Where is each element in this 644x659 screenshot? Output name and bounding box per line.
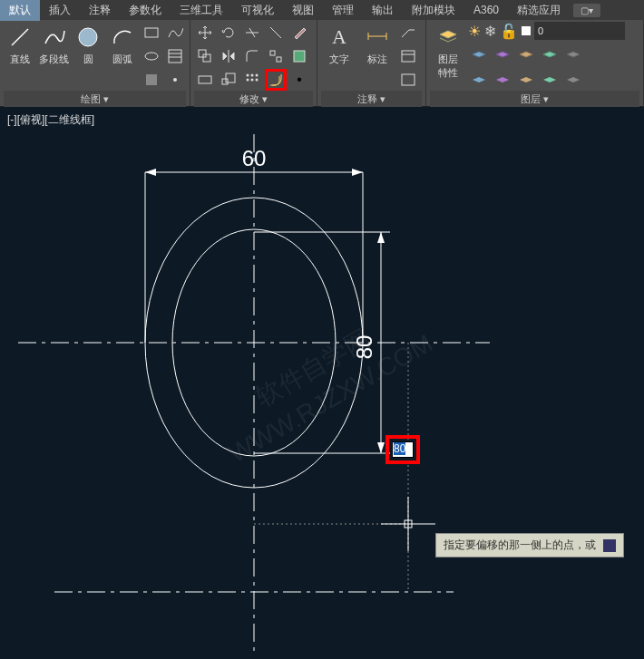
ribbon: 直线 多段线 圆 圆弧 [0, 20, 644, 107]
tab-overflow[interactable]: ▢▾ [573, 4, 600, 17]
arc-button[interactable]: 圆弧 [106, 22, 139, 66]
svg-point-1 [79, 28, 97, 46]
bulb-icon: ☀ [468, 23, 481, 40]
panel-modify-title[interactable]: 修改 ▾ [194, 91, 313, 108]
svg-rect-9 [199, 50, 206, 57]
arc-label: 圆弧 [112, 53, 132, 66]
tab-insert[interactable]: 插入 [40, 0, 80, 21]
explode-icon[interactable] [265, 45, 287, 67]
panel-draw: 直线 多段线 圆 圆弧 [0, 20, 190, 106]
move-icon[interactable] [194, 22, 216, 44]
layer-d-icon[interactable] [539, 69, 561, 91]
circle-icon [76, 25, 100, 49]
layer-props-icon [436, 25, 460, 49]
stretch-icon[interactable] [194, 69, 216, 91]
line-label: 直线 [10, 53, 30, 66]
panel-layer: 图层 特性 ☀ ❄ 🔓 0 [426, 20, 644, 106]
svg-line-0 [12, 29, 28, 45]
scale-icon[interactable] [218, 69, 239, 91]
panel-layer-title[interactable]: 图层 ▾ [430, 91, 639, 108]
layer-iso-icon[interactable] [539, 44, 561, 65]
panel-draw-title[interactable]: 绘图 ▾ [4, 91, 186, 108]
svg-rect-28 [402, 74, 415, 85]
tab-addins[interactable]: 附加模块 [403, 0, 464, 21]
tab-visualize[interactable]: 可视化 [232, 0, 283, 21]
erase-icon[interactable] [288, 22, 310, 44]
dim-icon [366, 25, 389, 49]
circle-button[interactable]: 圆 [73, 22, 105, 66]
tab-3dtools[interactable]: 三维工具 [171, 0, 232, 21]
tab-parametric[interactable]: 参数化 [120, 0, 171, 21]
region-icon[interactable] [141, 69, 162, 91]
svg-rect-10 [203, 54, 210, 62]
fillet-icon[interactable] [241, 45, 263, 67]
text-button[interactable]: A 文字 [321, 22, 357, 66]
ellipse-icon[interactable] [141, 45, 162, 67]
svg-point-20 [247, 79, 249, 82]
point-icon[interactable] [164, 69, 186, 91]
spline-icon[interactable] [164, 22, 186, 44]
tab-annotate[interactable]: 注释 [80, 0, 120, 21]
drawing-svg: 60 80 [0, 107, 644, 659]
layer-off-icon[interactable] [562, 44, 584, 65]
svg-rect-14 [199, 76, 211, 83]
lock-icon: 🔓 [500, 23, 518, 40]
drawing-canvas[interactable]: [-][俯视][二维线框] 60 80 软件自学网 WWW.RJZXW.COM [0, 107, 644, 659]
extend-icon[interactable] [265, 22, 287, 44]
dim-button[interactable]: 标注 [359, 22, 395, 66]
layer-combo[interactable]: 0 [534, 22, 625, 40]
tab-manage[interactable]: 管理 [323, 0, 363, 21]
leader-icon[interactable] [397, 22, 419, 44]
tab-default[interactable]: 默认 [0, 0, 40, 21]
panel-annot-title[interactable]: 注释 ▾ [321, 91, 422, 108]
dim-side-text: 80 [352, 335, 376, 360]
chamfer-icon[interactable] [288, 45, 310, 67]
copy-icon[interactable] [194, 45, 216, 67]
svg-rect-15 [222, 79, 228, 84]
svg-point-17 [247, 74, 249, 77]
layer-match-icon[interactable] [492, 44, 513, 65]
freeze-icon: ❄ [484, 23, 496, 40]
tab-view[interactable]: 视图 [283, 0, 323, 21]
svg-rect-13 [294, 51, 305, 62]
polyline-button[interactable]: 多段线 [38, 22, 71, 66]
mirror-icon[interactable] [218, 45, 239, 67]
hatch-icon[interactable] [164, 45, 186, 67]
line-icon [8, 25, 32, 49]
ribbon-tabs: 默认 插入 注释 参数化 三维工具 可视化 视图 管理 输出 附加模块 A360… [0, 0, 644, 20]
circle-label: 圆 [83, 53, 93, 66]
polyline-label: 多段线 [39, 53, 69, 66]
command-tooltip: 指定要偏移的那一侧上的点，或 [435, 533, 624, 557]
offset-button[interactable] [265, 69, 287, 91]
trim-icon[interactable] [241, 22, 263, 44]
color-swatch [522, 26, 531, 35]
svg-point-22 [256, 79, 259, 82]
dim-label: 标注 [367, 53, 387, 66]
svg-rect-2 [145, 28, 158, 37]
layer-e-icon[interactable] [562, 69, 584, 91]
line-button[interactable]: 直线 [4, 22, 36, 66]
layer-props-label: 图层 特性 [438, 53, 458, 80]
layer-prev-icon[interactable] [515, 44, 537, 65]
layer-c-icon[interactable] [515, 69, 537, 91]
layer-a-icon[interactable] [468, 69, 490, 91]
layer-b-icon[interactable] [492, 69, 513, 91]
mtext-icon[interactable] [397, 69, 419, 91]
table-icon[interactable] [397, 45, 419, 67]
tab-a360[interactable]: A360 [464, 1, 508, 19]
tab-output[interactable]: 输出 [363, 0, 403, 21]
arc-icon [111, 25, 134, 49]
svg-rect-4 [169, 50, 181, 63]
dynamic-input[interactable]: 80 [392, 441, 414, 458]
tab-featured[interactable]: 精选应用 [508, 0, 570, 21]
rect-icon[interactable] [141, 22, 162, 44]
layer-make-icon[interactable] [468, 44, 490, 65]
align-icon[interactable]: • [288, 69, 310, 91]
layer-props-button[interactable]: 图层 特性 [430, 22, 466, 80]
tooltip-down-icon[interactable] [603, 539, 616, 552]
svg-rect-7 [146, 74, 157, 85]
array-icon[interactable] [241, 69, 263, 91]
svg-marker-37 [145, 169, 156, 176]
text-icon: A [327, 25, 351, 49]
rotate-icon[interactable] [218, 22, 239, 44]
